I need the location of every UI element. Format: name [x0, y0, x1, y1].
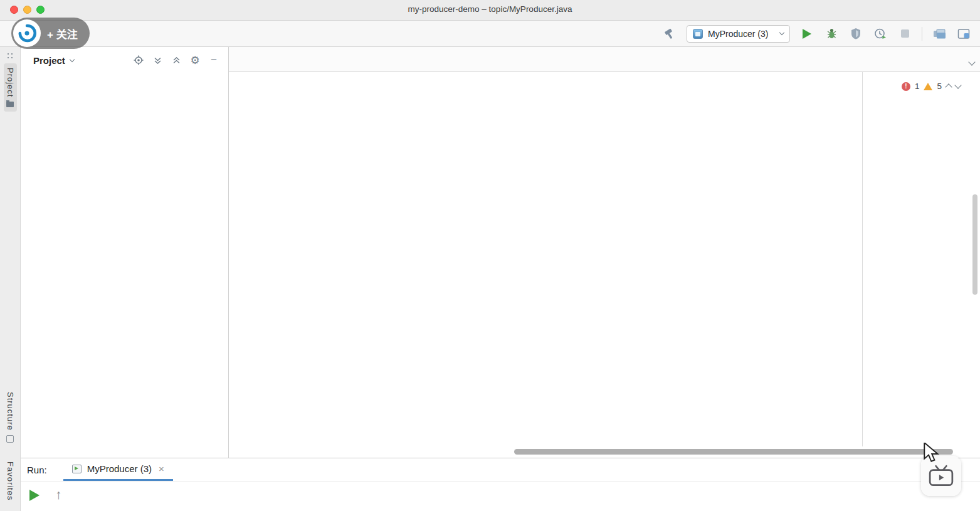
editor-body: ! 1 5 [229, 72, 980, 458]
run-console: ↑ [21, 482, 980, 511]
run-config-select[interactable]: MyProducer (3) [687, 25, 790, 43]
run-icon [803, 29, 811, 39]
sidebar-item-project[interactable]: Project [4, 63, 17, 112]
editor-tabbar [229, 47, 980, 72]
favorites-stripe-label: Favorites [6, 461, 15, 500]
toolbar-separator [922, 27, 922, 41]
project-view-label: Project [33, 55, 65, 66]
warning-icon [924, 83, 932, 90]
debug-button[interactable] [824, 26, 839, 41]
follow-label: + 关注 [47, 26, 78, 41]
run-config-icon [693, 29, 703, 39]
follow-badge[interactable]: + 关注 [11, 18, 90, 49]
coverage-button[interactable] [848, 26, 863, 41]
run-tab[interactable]: MyProducer (3) × [63, 458, 173, 481]
collapse-all-icon [172, 56, 181, 65]
run-config-label: MyProducer (3) [708, 29, 768, 39]
expand-all-icon [153, 56, 162, 65]
channel-logo-icon [17, 23, 37, 43]
locate-target-icon [134, 55, 144, 65]
window-badge-icon [957, 28, 970, 40]
channel-logo [13, 19, 41, 47]
chevron-down-icon [779, 30, 784, 35]
run-panel-tabbar: Run: MyProducer (3) × [21, 458, 980, 482]
tv-icon [928, 465, 954, 487]
hide-panel-button[interactable]: − [207, 53, 221, 67]
navigation-bar: MyProducer (3) [0, 21, 980, 47]
coverage-shield-icon [850, 28, 861, 40]
panel-settings-button[interactable]: ⚙ [188, 53, 202, 67]
left-tool-stripe: Project Structure Favorites [0, 47, 21, 511]
gear-icon: ⚙ [190, 54, 199, 67]
run-tab-label: MyProducer (3) [87, 463, 152, 474]
tool-window-grid-icon [6, 52, 14, 60]
stop-icon [901, 29, 909, 38]
right-margin-guide [862, 72, 863, 446]
titlebar: my-producer-demo – topic/MyProducer.java [0, 0, 980, 21]
project-stripe-label: Project [6, 68, 15, 97]
project-tree [21, 73, 228, 75]
structure-stripe-label: Structure [6, 392, 15, 431]
sidebar-item-favorites[interactable]: Favorites [4, 457, 17, 505]
project-panel: Project ⚙ − [21, 47, 229, 458]
error-icon: ! [902, 82, 910, 91]
inspections-widget: ! 1 5 [897, 80, 965, 93]
error-count: 1 [915, 82, 920, 91]
select-opened-file-button[interactable] [132, 53, 145, 67]
rerun-button[interactable] [29, 490, 40, 501]
project-folder-icon [6, 102, 14, 107]
scroll-up-button[interactable]: ↑ [55, 487, 62, 502]
run-toolbar: MyProducer (3) [662, 25, 971, 43]
collapse-all-button[interactable] [169, 53, 183, 67]
project-view-selector[interactable]: Project [33, 55, 74, 66]
run-button[interactable] [799, 26, 814, 41]
horizontal-scrollbar[interactable] [514, 449, 953, 455]
folders-icon [933, 28, 946, 40]
warning-count: 5 [937, 82, 942, 91]
editor: ! 1 5 [229, 47, 980, 458]
window-layout-button[interactable] [956, 26, 971, 41]
stripe-bottom-group: Structure Favorites [4, 387, 17, 511]
project-panel-header: Project ⚙ − [21, 47, 228, 73]
chevron-down-icon [70, 56, 75, 61]
hidden-tabs-button[interactable] [969, 56, 974, 67]
minus-icon: − [211, 54, 217, 66]
prev-problem-button[interactable] [945, 83, 952, 90]
expand-all-button[interactable] [150, 53, 164, 67]
next-problem-button[interactable] [954, 82, 961, 88]
profiler-button[interactable] [873, 26, 888, 41]
hammer-icon [663, 28, 676, 40]
vertical-scrollbar[interactable] [972, 194, 977, 295]
project-structure-button[interactable] [932, 26, 947, 41]
build-hammer-button[interactable] [662, 26, 677, 41]
run-panel-label: Run: [27, 465, 47, 475]
chevron-down-icon [968, 58, 975, 65]
run-panel: Run: MyProducer (3) × ↑ [21, 458, 980, 511]
sidebar-item-structure[interactable]: Structure [4, 387, 17, 447]
close-tab-button[interactable]: × [159, 463, 164, 474]
window-title: my-producer-demo – topic/MyProducer.java [0, 4, 980, 14]
stop-button[interactable] [897, 26, 912, 41]
profiler-clock-icon [874, 28, 887, 40]
mouse-cursor [923, 443, 940, 463]
console-icon [72, 465, 82, 473]
structure-icon [6, 435, 14, 443]
bug-icon [826, 28, 838, 40]
